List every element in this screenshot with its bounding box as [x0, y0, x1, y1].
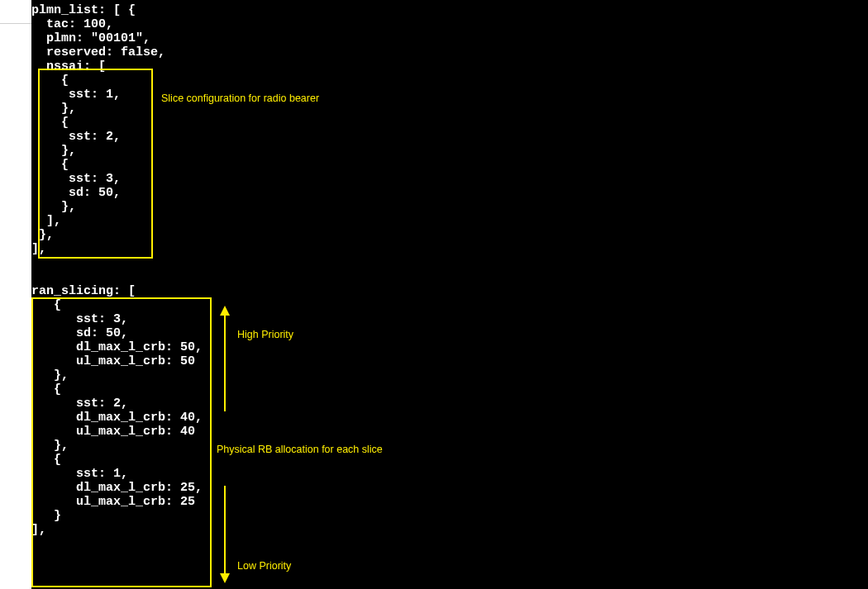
annotation-low-priority: Low Priority [237, 560, 291, 572]
annotation-high-priority: High Priority [237, 329, 293, 340]
annotation-slice-config: Slice configuration for radio bearer [161, 93, 319, 104]
code-terminal: plmn_list: [ { tac: 100, plmn: "00101", … [31, 0, 868, 589]
arrow-up-icon [218, 306, 231, 413]
annotation-rb-alloc: Physical RB allocation for each slice [217, 444, 383, 455]
svg-marker-3 [220, 573, 230, 583]
svg-marker-1 [220, 306, 230, 316]
arrow-down-icon [218, 486, 231, 585]
